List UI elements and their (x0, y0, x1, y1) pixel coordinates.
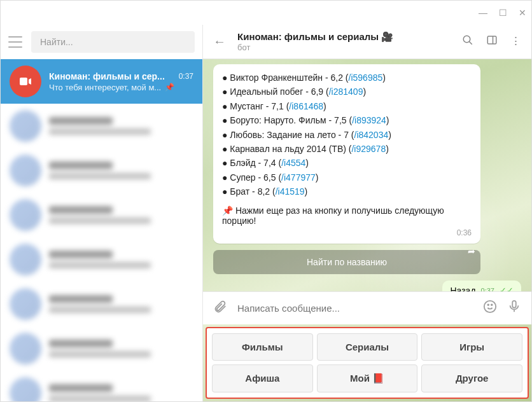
movie-link[interactable]: /i861468 (289, 101, 323, 111)
movie-item: ● Боруто: Наруто. Фильм - 7,5 (/i893924) (222, 113, 472, 127)
outgoing-message: Назад 0:37 ✓✓ (213, 281, 521, 291)
svg-rect-3 (487, 36, 496, 44)
kb-button[interactable]: Игры (421, 333, 522, 361)
mic-icon[interactable] (507, 300, 521, 317)
svg-point-7 (491, 304, 493, 305)
kb-button[interactable]: Фильмы (212, 333, 313, 361)
message-bubble: ● Виктор Франкенштейн - 6,2 (/i596985)● … (213, 64, 480, 244)
svg-point-5 (484, 301, 496, 312)
window-titlebar: — ☐ ✕ (1, 1, 531, 25)
chat-area: ← Киноман: фильмы и сериалы 🎥 бот ⋮ (203, 25, 531, 401)
sidebar: Найти... Киноман: фильмы и сер... 0:37 Ч… (1, 25, 203, 401)
chat-list: Киноман: фильмы и сер... 0:37 Что тебя и… (1, 59, 202, 401)
movie-item: ● Супер - 6,5 (/i477977) (222, 170, 472, 184)
reply-keyboard: Фильмы Сериалы Игры Афиша Мой 📕 Другое (206, 327, 529, 399)
movie-item: ● Блэйд - 7,4 (/i4554) (222, 156, 472, 170)
movie-item: ● Любовь: Задание на лето - 7 (/i842034) (222, 128, 472, 142)
chat-time: 0:37 (179, 72, 193, 81)
kb-button[interactable]: Мой 📕 (317, 364, 418, 392)
svg-point-1 (463, 36, 470, 43)
chat-preview: Что тебя интересует, мой м... 📌 (49, 83, 193, 92)
chat-item[interactable] (1, 282, 202, 326)
inline-button-search[interactable]: Найти по названию ➦ (213, 250, 480, 274)
movie-link[interactable]: /i842034 (354, 130, 389, 140)
chat-subtitle: бот (237, 43, 451, 52)
kb-button[interactable]: Сериалы (317, 333, 418, 361)
movie-link[interactable]: /i281409 (329, 87, 363, 97)
search-input[interactable]: Найти... (31, 31, 195, 53)
svg-point-6 (487, 304, 489, 305)
svg-line-2 (469, 41, 472, 45)
kb-button[interactable]: Другое (421, 364, 522, 392)
movie-link[interactable]: /i477977 (281, 172, 316, 183)
movie-item: ● Брат - 8,2 (/i41519) (222, 184, 472, 198)
movie-link[interactable]: /i4554 (281, 158, 305, 168)
chat-name: Киноман: фильмы и сер... (49, 71, 165, 81)
chat-item[interactable] (1, 148, 202, 193)
minimize-button[interactable]: — (479, 8, 487, 18)
maximize-button[interactable]: ☐ (499, 8, 507, 18)
chat-item[interactable] (1, 104, 202, 148)
movie-link[interactable]: /i596985 (349, 73, 383, 83)
read-checks-icon: ✓✓ (500, 286, 514, 291)
message-text: Назад (450, 286, 475, 291)
movie-link[interactable]: /i893924 (352, 115, 386, 125)
movie-item: ● Идеальный побег - 6,9 (/i281409) (222, 85, 472, 99)
movie-item: ● Виктор Франкенштейн - 6,2 (/i596985) (222, 71, 472, 85)
attach-icon[interactable] (213, 300, 227, 317)
avatar (10, 66, 41, 97)
panel-icon[interactable] (486, 34, 498, 49)
input-bar (203, 291, 531, 324)
emoji-icon[interactable] (483, 300, 497, 317)
pin-icon: 📌 (165, 83, 174, 92)
chat-item[interactable] (1, 193, 202, 237)
search-icon[interactable] (462, 34, 473, 49)
chat-item[interactable] (1, 326, 202, 371)
chat-header: ← Киноман: фильмы и сериалы 🎥 бот ⋮ (203, 25, 531, 59)
svg-rect-0 (20, 78, 27, 85)
messages-area: ● Виктор Франкенштейн - 6,2 (/i596985)● … (203, 59, 531, 291)
message-input[interactable] (237, 303, 473, 314)
movie-item: ● Карнавал на льду 2014 (ТВ) (/i929678) (222, 142, 472, 156)
svg-rect-8 (512, 301, 516, 308)
movie-link[interactable]: /i41519 (276, 186, 305, 197)
chat-title[interactable]: Киноман: фильмы и сериалы 🎥 (237, 31, 451, 43)
more-icon[interactable]: ⋮ (510, 34, 521, 49)
message-time: 0:37 (481, 287, 494, 291)
chat-item-active[interactable]: Киноман: фильмы и сер... 0:37 Что тебя и… (1, 59, 202, 104)
message-time: 0:36 (222, 228, 472, 237)
share-icon: ➦ (468, 246, 475, 256)
movie-link[interactable]: /i929678 (351, 144, 386, 154)
kb-button[interactable]: Афиша (212, 364, 313, 392)
chat-item[interactable] (1, 237, 202, 282)
close-button[interactable]: ✕ (519, 8, 526, 18)
chat-item[interactable] (1, 371, 202, 401)
menu-icon[interactable] (8, 36, 22, 48)
hint-text: 📌 Нажми еще раз на кнопку и получишь сле… (222, 205, 472, 226)
back-arrow-icon[interactable]: ← (213, 34, 226, 49)
movie-item: ● Мустанг - 7,1 (/i861468) (222, 99, 472, 113)
